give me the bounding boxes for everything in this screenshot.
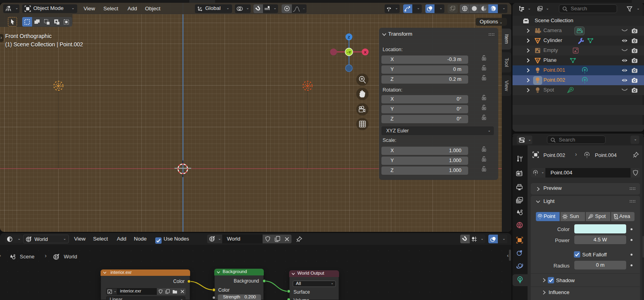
svg-text:-Y: -Y xyxy=(347,50,351,54)
svg-text:Z: Z xyxy=(348,35,350,39)
svg-text:X: X xyxy=(364,50,367,54)
